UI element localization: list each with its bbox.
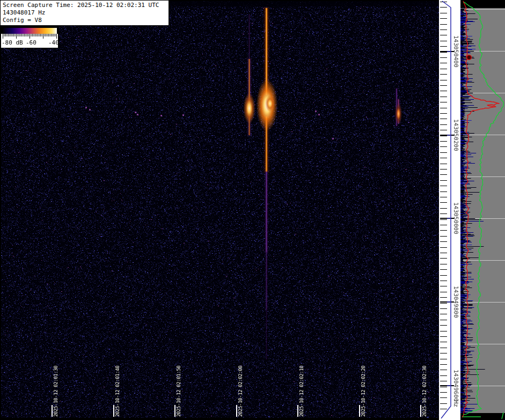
time-label: 2025-10-12 02:01:30 xyxy=(53,366,58,417)
colorbar-label-min: -80 dB xyxy=(2,39,23,46)
frequency-text: 143048017 Hz xyxy=(3,9,166,17)
color-scale-box: -80 dB -60 -40 xyxy=(1,34,58,48)
colorbar-label-mid: -60 xyxy=(26,39,36,46)
time-tick xyxy=(297,405,298,417)
capture-info-box: Screen Capture Time: 2025-10-12 02:02:31… xyxy=(0,0,169,26)
frequency-label: 143050200 xyxy=(452,119,459,151)
time-tick xyxy=(359,405,360,417)
time-tick xyxy=(236,405,237,417)
time-label: 2025-10-12 02:01:50 xyxy=(176,366,181,417)
color-scale-ticks xyxy=(1,34,58,39)
time-label: 2025-10-12 02:02:00 xyxy=(238,366,243,417)
time-label: 2025-10-12 02:02:20 xyxy=(361,366,366,417)
time-label: 2025-10-12 02:02:30 xyxy=(422,366,427,417)
time-tick xyxy=(420,405,421,417)
app-window: 2025-10-12 02:01:302025-10-12 02:01:4020… xyxy=(0,0,505,420)
frequency-label: 143049800 xyxy=(452,286,459,318)
spectrum-panel[interactable] xyxy=(460,0,505,420)
capture-time-text: Screen Capture Time: 2025-10-12 02:02:31… xyxy=(3,2,166,9)
color-scale: -80 dB -60 -40 xyxy=(0,25,59,48)
color-gradient-bar xyxy=(2,28,57,34)
time-tick xyxy=(113,405,114,417)
waterfall-display[interactable] xyxy=(1,1,439,418)
time-label: 2025-10-12 02:01:40 xyxy=(115,366,120,417)
frequency-label: 143050400 xyxy=(452,35,459,68)
time-tick xyxy=(52,405,53,417)
config-text: Config = V8 xyxy=(3,17,166,24)
colorbar-label-max: -40 xyxy=(48,39,59,46)
time-tick xyxy=(174,405,175,417)
frequency-label: 143049600 xyxy=(452,370,459,402)
frequency-label: 143050000 xyxy=(452,202,459,234)
time-label: 2025-10-12 02:02:10 xyxy=(299,366,304,417)
frequency-unit-label: Hz xyxy=(452,400,459,407)
